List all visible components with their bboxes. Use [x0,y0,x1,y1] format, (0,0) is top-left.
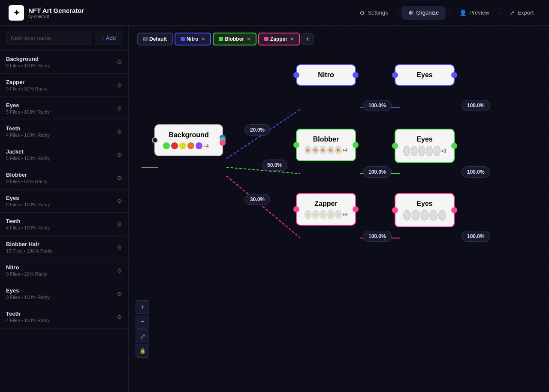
eyes-blobber-thumb-2 [411,146,418,156]
default-color-dot [143,37,148,41]
layer-settings-icon[interactable]: ⚙ [117,314,122,320]
layer-item[interactable]: Eyes 0 Files • 100% Rarity ⚙ [0,282,128,305]
layer-settings-icon[interactable]: ⚙ [117,244,122,251]
eyes-zapper-thumbs [403,210,446,220]
node-eyes-nitro[interactable]: Eyes [395,64,455,86]
layer-settings-icon[interactable]: ⚙ [117,198,122,205]
node-eyes-zapper[interactable]: Eyes [395,193,455,227]
blobber-color-dot [219,37,223,41]
blobber-node-label: Blobber [305,136,347,143]
node-nitro[interactable]: Nitro [296,64,356,86]
zoom-fit-button[interactable]: ⤢ [136,329,149,343]
layer-name: Eyes [6,102,50,109]
zapper-thumb-3: ⚡ [320,210,326,219]
canvas-area[interactable]: Default Nitro ✕ Blobber ✕ Zapper ✕ + [129,26,549,392]
blobber-close-icon[interactable]: ✕ [247,36,250,42]
eyes-blobber-thumb-5 [434,146,440,156]
add-collection-button[interactable]: + [302,33,314,45]
eyes-blobber-thumb-4 [426,146,433,156]
layer-item[interactable]: Zapper 9 Files • 30% Rarity ⚙ [0,74,128,97]
layer-item[interactable]: Background 9 Files • 100% Rarity ⚙ [0,51,128,74]
nitro-port-right [353,72,359,78]
layer-info: Eyes 0 Files • 100% Rarity [6,287,50,300]
background-node-label: Background [163,131,214,139]
tab-collection-default[interactable]: Default [137,33,173,45]
color-dot-4 [187,142,194,149]
layer-item[interactable]: Nitro 0 Files • 20% Rarity ⚙ [0,259,128,282]
node-blobber[interactable]: Blobber 🎨 🎨 🎨 🎨 🎨 +4 [296,129,356,161]
tab-collection-nitro[interactable]: Nitro ✕ [175,33,211,45]
tab-collection-zapper[interactable]: Zapper ✕ [258,33,300,45]
tab-settings[interactable]: ⚙ Settings [353,6,395,20]
layer-info: Teeth 4 Files • 100% Rarity [6,311,50,323]
layer-info: Blobber 9 Files • 50% Rarity [6,172,47,184]
zoom-in-button[interactable]: + [136,300,149,314]
layer-info: Jacket 5 Files • 100% Rarity [6,148,50,161]
layer-meta: 4 Files • 100% Rarity [6,133,50,138]
nitro-port-left [293,72,299,78]
layer-settings-icon[interactable]: ⚙ [117,82,122,89]
layer-name: Teeth [6,311,50,317]
logo-icon: ✦ [9,5,24,21]
layer-settings-icon[interactable]: ⚙ [117,175,122,181]
layer-item[interactable]: Eyes 8 Files • 100% Rarity ⚙ [0,190,128,213]
nav-tabs: ⚙ Settings › ❄ Organize › 👤 Preview › ↗ … [353,6,540,20]
layer-item[interactable]: Jacket 5 Files • 100% Rarity ⚙ [0,143,128,166]
layer-name: Eyes [6,287,50,294]
zoom-out-button[interactable]: − [136,315,149,329]
zapper-thumb-2: ⚡ [312,210,319,219]
header: ✦ NFT Art Generator by onemint ⚙ Setting… [0,0,549,26]
add-layer-button[interactable]: + Add [95,31,122,45]
layer-item[interactable]: Blobber 9 Files • 50% Rarity ⚙ [0,166,128,190]
layer-settings-icon[interactable]: ⚙ [117,105,122,112]
layer-settings-icon[interactable]: ⚙ [117,59,122,66]
zapper-close-icon[interactable]: ✕ [290,36,294,42]
node-eyes-blobber[interactable]: Eyes +3 [395,129,455,163]
blobber-thumb-3: 🎨 [320,146,326,154]
layer-meta: 9 Files • 30% Rarity [6,86,47,91]
layer-name: Teeth [6,218,50,224]
color-dot-5 [196,142,202,149]
tab-organize[interactable]: ❄ Organize [401,6,446,20]
layer-settings-icon[interactable]: ⚙ [117,151,122,158]
tab-export[interactable]: ↗ Export [503,6,540,20]
nitro-close-icon[interactable]: ✕ [201,36,205,42]
layer-info: Background 9 Files • 100% Rarity [6,56,50,68]
zoom-controls: + − ⤢ 🔒 [136,300,149,358]
layer-name: Blobber Hair [6,241,52,247]
organize-icon: ❄ [408,9,413,16]
tab-preview[interactable]: 👤 Preview [452,6,496,20]
layer-meta: 8 Files • 100% Rarity [6,202,50,207]
nitro-tab-label: Nitro [187,36,199,42]
app-subtitle: by onemint [28,14,84,19]
blobber-port-left [293,142,299,148]
zapper-port-left [293,206,299,212]
eyes-blobber-port-right [451,143,457,149]
node-background[interactable]: Background +4 [154,124,223,156]
color-dot-1 [163,142,170,149]
eyes-zapper-port-left [392,207,398,213]
pct-badge-30: 30.0% [244,194,270,205]
layer-item[interactable]: Teeth 4 Files • 100% Rarity ⚙ [0,305,128,329]
layer-item[interactable]: Teeth 4 Files • 100% Rarity ⚙ [0,213,128,236]
layer-item[interactable]: Eyes 5 Files • 100% Rarity ⚙ [0,97,128,120]
layer-meta: 0 Files • 100% Rarity [6,295,50,300]
eyes-blobber-port-left [392,143,398,149]
layer-settings-icon[interactable]: ⚙ [117,221,122,228]
layer-list: Background 9 Files • 100% Rarity ⚙ Zappe… [0,51,128,392]
new-layer-input[interactable] [6,31,91,45]
layer-settings-icon[interactable]: ⚙ [117,267,122,274]
node-zapper[interactable]: Zapper ⚡ ⚡ ⚡ ⚡ ⚡ +4 [296,193,356,226]
layer-item[interactable]: Teeth 4 Files • 100% Rarity ⚙ [0,120,128,143]
layer-settings-icon[interactable]: ⚙ [117,128,122,135]
tab-collection-blobber[interactable]: Blobber ✕ [213,33,256,45]
zapper-more: +4 [343,212,347,217]
layer-item[interactable]: Blobber Hair 13 Files • 100% Rarity ⚙ [0,236,128,259]
eyes-zapper-thumb-2 [412,210,419,220]
zoom-lock-button[interactable]: 🔒 [136,344,149,358]
layer-name: Eyes [6,195,50,201]
zapper-thumb-4: ⚡ [327,210,334,219]
blobber-thumbs: 🎨 🎨 🎨 🎨 🎨 +4 [305,146,347,154]
eyes-nitro-port-left [392,72,398,78]
layer-settings-icon[interactable]: ⚙ [117,290,122,297]
